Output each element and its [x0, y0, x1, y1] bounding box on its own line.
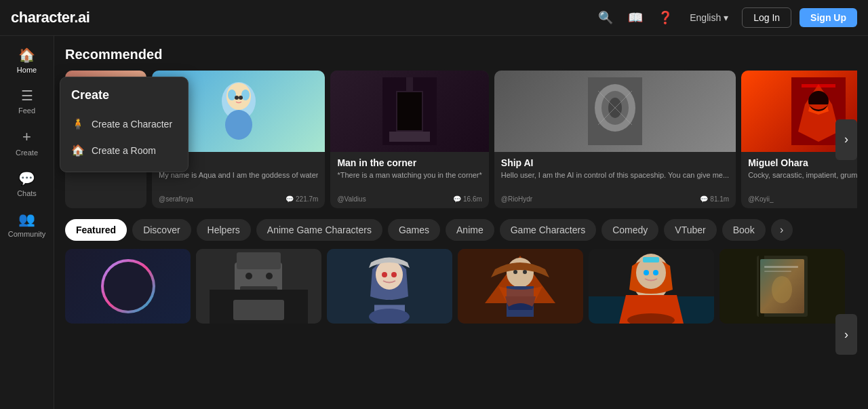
svg-point-3: [228, 90, 236, 100]
char-avatar: [330, 71, 488, 152]
featured-card[interactable]: [589, 249, 714, 324]
svg-rect-51: [643, 257, 659, 262]
tabs-more-button[interactable]: ›: [771, 219, 793, 241]
chat-icon: 💬: [700, 195, 708, 203]
tab-games[interactable]: Games: [388, 219, 440, 241]
featured-card-image: [196, 249, 321, 324]
featured-card-image: [327, 249, 452, 324]
svg-point-37: [376, 260, 403, 290]
create-dropdown: Create 🧍 Create a Character 🏠 Create a R…: [60, 77, 189, 172]
svg-point-39: [391, 272, 397, 277]
create-room-icon: 🏠: [71, 144, 85, 157]
chat-count-value: 81.1m: [710, 195, 729, 203]
featured-card[interactable]: [327, 249, 452, 324]
sidebar-item-chats[interactable]: 💬 Chats: [0, 165, 54, 203]
svg-point-52: [644, 270, 649, 275]
featured-card[interactable]: [458, 249, 583, 324]
sidebar-item-label: Community: [8, 230, 46, 238]
svg-rect-29: [237, 252, 281, 269]
sidebar-item-community[interactable]: 👥 Community: [0, 206, 54, 244]
svg-point-45: [513, 270, 517, 274]
char-desc: Cocky, sarcastic, impatient, grumpy, hor…: [748, 171, 857, 191]
create-room-label: Create a Room: [92, 145, 156, 156]
tab-anime-game-characters[interactable]: Anime Game Characters: [256, 219, 382, 241]
char-avatar: [494, 71, 736, 152]
language-selector[interactable]: English ▾: [684, 9, 734, 26]
tab-discover[interactable]: Discover: [132, 219, 191, 241]
content-area: Create 🧍 Create a Character 🏠 Create a R…: [54, 36, 868, 409]
circle-ring: [101, 259, 155, 313]
svg-rect-59: [764, 266, 798, 268]
char-desc: My name is Aqua and I am the goddess of …: [159, 171, 318, 191]
language-label: English: [690, 12, 721, 23]
create-room-item[interactable]: 🏠 Create a Room: [60, 137, 188, 163]
svg-point-61: [772, 276, 792, 303]
featured-next-button[interactable]: ›: [835, 314, 857, 355]
char-meta: @RioHydr 💬 81.1m: [501, 195, 729, 203]
char-author: @Koyii_: [748, 195, 773, 203]
create-character-item[interactable]: 🧍 Create a Character: [60, 111, 188, 137]
char-card[interactable]: Ship AI Hello user, I am the AI in contr…: [494, 71, 736, 208]
sidebar-item-label: Feed: [18, 106, 35, 115]
home-icon: 🏠: [18, 47, 35, 63]
char-desc: *There is a man watching you in the corn…: [337, 171, 481, 191]
sidebar-item-feed[interactable]: ☰ Feed: [0, 82, 54, 120]
char-author: @serafinya: [159, 195, 193, 203]
featured-card[interactable]: [196, 249, 321, 324]
svg-rect-20: [802, 84, 835, 87]
chevron-down-icon: ▾: [724, 12, 728, 23]
svg-point-43: [507, 258, 534, 288]
char-author: @RioHydr: [501, 195, 532, 203]
char-name: Man in the corner: [337, 157, 481, 168]
sidebar-item-label: Create: [16, 149, 38, 157]
char-desc: Hello user, I am the AI in control of th…: [501, 171, 729, 191]
category-tabs: Featured Discover Helpers Anime Game Cha…: [65, 219, 857, 241]
login-button[interactable]: Log In: [742, 7, 791, 28]
sidebar: 🏠 Home ☰ Feed + Create 💬 Chats 👥 Communi…: [0, 36, 54, 409]
signup-button[interactable]: Sign Up: [800, 8, 857, 27]
header: character.ai 🔍 📖 ❓ English ▾ Log In Sign…: [0, 0, 868, 36]
featured-card-image: [719, 249, 845, 324]
svg-point-38: [382, 272, 387, 277]
char-card-body: Man in the corner *There is a man watchi…: [330, 152, 488, 208]
featured-card[interactable]: [65, 249, 191, 324]
tab-anime[interactable]: Anime: [446, 219, 494, 241]
chat-count-value: 221.7m: [296, 195, 318, 203]
chat-count: 💬 16.6m: [453, 195, 482, 203]
chat-icon: 💬: [453, 195, 461, 203]
carousel-next-button[interactable]: ›: [835, 119, 857, 160]
sidebar-item-home[interactable]: 🏠 Home: [0, 41, 54, 79]
svg-point-1: [225, 110, 252, 140]
tab-vtuber[interactable]: VTuber: [664, 219, 716, 241]
feed-icon: ☰: [21, 87, 33, 104]
char-meta: @serafinya 💬 221.7m: [159, 195, 318, 203]
create-character-label: Create a Character: [92, 119, 172, 130]
create-icon: +: [22, 128, 31, 146]
char-card-body: Miguel Ohara Cocky, sarcastic, impatient…: [741, 152, 857, 208]
svg-point-5: [235, 96, 239, 100]
char-name: Ship AI: [501, 157, 729, 168]
sidebar-item-label: Home: [17, 66, 37, 74]
tab-book[interactable]: Book: [722, 219, 766, 241]
book-icon[interactable]: 📖: [625, 7, 646, 28]
svg-rect-9: [397, 92, 422, 130]
tab-featured[interactable]: Featured: [65, 219, 127, 241]
svg-point-6: [239, 96, 243, 100]
create-dropdown-title: Create: [60, 85, 188, 111]
tab-game-characters[interactable]: Game Characters: [500, 219, 596, 241]
create-character-icon: 🧍: [71, 117, 85, 130]
tab-helpers[interactable]: Helpers: [197, 219, 251, 241]
logo: character.ai: [11, 9, 90, 26]
svg-point-46: [523, 270, 527, 274]
tab-comedy[interactable]: Comedy: [601, 219, 658, 241]
svg-point-31: [266, 273, 273, 279]
svg-point-30: [245, 273, 252, 279]
featured-card-image: [458, 249, 583, 324]
featured-card-image: [589, 249, 714, 324]
svg-rect-34: [233, 300, 284, 320]
help-icon[interactable]: ❓: [654, 7, 676, 28]
search-icon[interactable]: 🔍: [595, 7, 616, 28]
featured-card[interactable]: [719, 249, 845, 324]
sidebar-item-create[interactable]: + Create: [0, 123, 54, 162]
char-card[interactable]: Man in the corner *There is a man watchi…: [330, 71, 488, 208]
